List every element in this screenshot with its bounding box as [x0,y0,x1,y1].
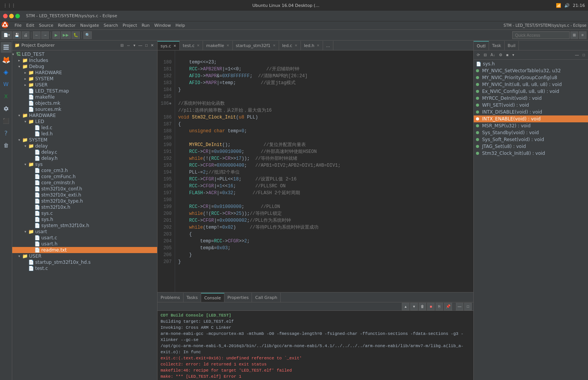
menu-window[interactable]: Window [154,23,171,28]
bottom-tab-properties[interactable]: Properties [224,293,252,302]
menu-refactor[interactable]: Refactor [58,23,76,28]
menu-edit[interactable]: Edit [26,23,34,28]
outline-item[interactable]: JTAG_Set(u8) : void [474,143,588,150]
tree-item-led-c[interactable]: 📄led.c [12,125,157,131]
console-maximize[interactable]: □ [464,303,472,310]
outline-hide-fields[interactable]: ■ [505,52,510,58]
tree-item-Includes[interactable]: ▸📁Includes [12,57,157,63]
tree-item-startup_stm32f10x_hd-s[interactable]: 📄startup_stm32f10x_hd.s [12,259,157,265]
tree-item-USER[interactable]: ▸📁USER [12,82,157,88]
outline-item[interactable]: Sys_Standby(void) : void [474,129,588,136]
tree-item-test-c[interactable]: 📄test.c [12,265,157,271]
tree-item-delay-h[interactable]: 📄delay.h [12,155,157,161]
tree-item-stm32f10x-h[interactable]: 📄stm32f10x.h [12,204,157,210]
editor-tab-startup_stm32f1[interactable]: startup_stm32f1✕ [233,41,279,50]
back-button[interactable]: ← [33,31,41,39]
editor-tab-test-c[interactable]: test.c✕ [180,41,203,50]
menu-search[interactable]: Search [104,23,118,28]
perspective-button[interactable]: ⊞ [570,31,578,39]
rail-spreadsheet[interactable]: X [1,91,11,102]
new-button[interactable]: 📄▾ [2,31,12,39]
tab-close-btn[interactable]: ✕ [294,44,297,47]
explorer-maximize[interactable]: □ [144,43,149,48]
tab-close-btn[interactable]: ✕ [197,44,200,47]
explorer-link-editor[interactable]: ↔ [125,43,132,48]
tab-close-btn[interactable]: ✕ [273,44,276,47]
close-button[interactable] [3,14,8,18]
tree-item-objects-mk[interactable]: 📄objects.mk [12,100,157,106]
code-area[interactable]: temp<<=23; RCC->APB2ENR|=1<<0; //开启辅助时钟 … [175,50,473,292]
outline-item[interactable]: MSR_MSP(u32) : void [474,122,588,129]
explorer-close[interactable]: ✕ [149,43,155,48]
tree-item-usart[interactable]: ▾📁usart [12,229,157,235]
tab-close-btn[interactable]: ✕ [226,44,229,47]
search-button[interactable]: 🔍 [83,31,92,39]
console-pin-btn[interactable]: 📌 [444,303,452,310]
outline-item[interactable]: MY_NVIC_PriorityGroupConfig(u8 [474,74,588,81]
console-down-btn[interactable]: ▼ [410,303,418,310]
run-button[interactable]: ▶▶ [61,31,71,39]
tree-item-core_cm3-h[interactable]: 📄core_cm3.h [12,167,157,174]
tree-item-led-h[interactable]: 📄led.h [12,131,157,137]
outline-filter[interactable]: ⚙ [497,52,504,58]
quick-access-input[interactable] [512,31,570,39]
menu-help[interactable]: Help [175,23,185,28]
editor-tab-sys-c[interactable]: sys.c✕ [158,41,180,50]
tree-item-HARDWARE[interactable]: ▾📁HARDWARE [12,112,157,119]
view-button[interactable]: ≡ [579,31,586,39]
rail-firefox[interactable]: 🦊 [1,54,11,65]
build-button[interactable]: ▶ [52,31,60,39]
tree-item-usart-c[interactable]: 📄usart.c [12,235,157,241]
rail-trash[interactable]: 🗑 [1,140,11,151]
console-stop-btn[interactable]: ■ [427,303,435,310]
save-button[interactable]: 💾 [13,31,21,39]
outline-item[interactable]: Ex_NVIC_Config(u8, u8, u8) : void [474,88,588,95]
editor-tab-led-c[interactable]: led.c✕ [279,41,301,50]
window-controls[interactable] [3,14,20,18]
tree-item-LED[interactable]: ▾📁LED [12,119,157,125]
rail-vscode[interactable]: ◈ [1,67,11,77]
outline-item[interactable]: Sys_Soft_Reset(void) : void [474,136,588,143]
minimize-button[interactable] [9,14,14,18]
outline-item[interactable]: INTX_DISABLE(void) : void [474,109,588,115]
menu-project[interactable]: Project [123,23,137,28]
tree-item-sys[interactable]: ▾📁sys [12,161,157,167]
outline-tab-task[interactable]: Task [489,41,505,50]
editor-tab-makefile[interactable]: makefile✕ [203,41,233,50]
bottom-tab-call-graph[interactable]: Call Graph [252,293,281,302]
outline-item[interactable]: MY_NVIC_SetVectorTable(u32, u32 [474,67,588,74]
menu-source[interactable]: Source [39,23,54,28]
console-up-btn[interactable]: ▲ [402,303,409,310]
outline-tab-outl[interactable]: Outl [474,41,489,50]
outline-minimize[interactable]: — [573,52,580,58]
outline-maximize[interactable]: □ [581,52,586,58]
editor-tab-led-h[interactable]: led.h✕ [301,41,323,50]
outline-item[interactable]: MYRCC_DeInit(void) : void [474,95,588,102]
tree-item-makefile[interactable]: 📄makefile [12,94,157,100]
tab-close-btn[interactable]: ✕ [317,44,320,47]
tree-item-USER[interactable]: ▾📁USER [12,253,157,259]
tree-item-HARDWARE[interactable]: ▸📁HARDWARE [12,70,157,76]
tree-item-delay-c[interactable]: 📄delay.c [12,149,157,155]
tab-close-btn[interactable]: ✕ [174,44,177,48]
tree-item-system_stm32f10x-h[interactable]: 📄system_stm32f10x.h [12,222,157,229]
rail-settings[interactable] [1,103,11,114]
console-clear-btn[interactable]: 🗑 [419,303,426,310]
tree-item-core_cmFunc-h[interactable]: 📄core_cmFunc.h [12,174,157,180]
outline-alphabetical[interactable]: A↓ [489,52,497,58]
rail-help[interactable]: ? [1,128,11,138]
explorer-minimize[interactable]: — [137,43,143,48]
rail-project-explorer[interactable] [1,42,11,53]
tree-item-sys-h[interactable]: 📄sys.h [12,216,157,222]
tree-item-readme-txt[interactable]: 📄readme.txt [12,247,157,253]
forward-button[interactable]: → [41,31,49,39]
outline-sync[interactable]: ⟳ [475,52,481,58]
explorer-collapse-all[interactable]: ⊟ [119,43,125,48]
editor-content[interactable]: 180181182183184185186●186187188189190191… [158,50,473,292]
menu-run[interactable]: Run [141,23,149,28]
outline-tab-buil[interactable]: Buil [505,41,519,50]
menu-file[interactable]: File [15,23,21,28]
bottom-tab-tasks[interactable]: Tasks [184,293,201,302]
console-copy-btn[interactable]: ⎘ [435,303,443,310]
tree-item-core_cmInstr-h[interactable]: 📄core_cmInstr.h [12,180,157,186]
